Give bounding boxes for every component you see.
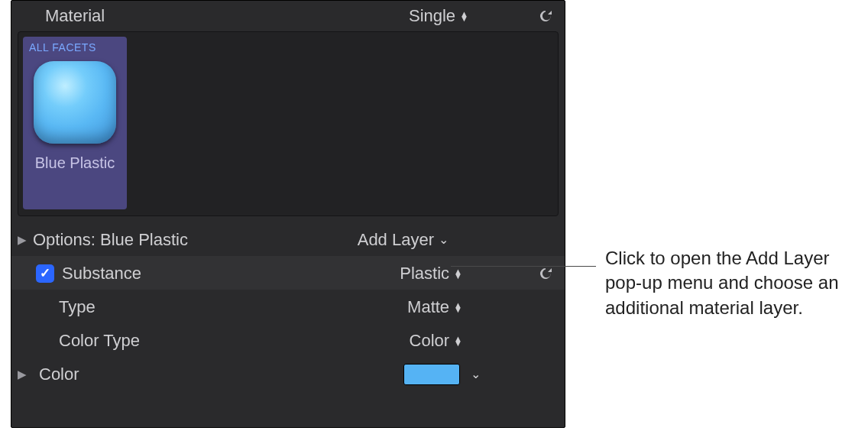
add-layer-label: Add Layer (358, 230, 434, 250)
color-type-value: Color (410, 331, 450, 351)
color-type-label: Color Type (59, 331, 140, 351)
color-label: Color (39, 365, 79, 384)
substance-label: Substance (62, 264, 141, 284)
facet-name: Blue Plastic (35, 154, 115, 172)
facet-card[interactable]: ALL FACETS Blue Plastic (23, 37, 127, 209)
substance-row: ✓ Substance Plastic ▲▼ (11, 256, 565, 290)
color-swatch[interactable] (403, 364, 460, 385)
reset-icon[interactable] (537, 265, 554, 282)
facet-header: ALL FACETS (28, 40, 98, 57)
type-row: Type Matte ▲▼ (11, 290, 565, 323)
color-well[interactable]: ⌄ (403, 364, 481, 385)
updown-arrows-icon: ▲▼ (454, 269, 462, 278)
material-inspector-panel: Material Single ▲▼ ALL FACETS Blue Plast… (11, 0, 565, 428)
substance-checkbox[interactable]: ✓ (36, 264, 54, 283)
reset-icon[interactable] (537, 8, 554, 24)
disclosure-triangle-icon[interactable]: ▶ (11, 368, 33, 381)
callout-text: Click to open the Add Layer pop-up menu … (605, 246, 857, 320)
material-title: Material (45, 6, 105, 26)
type-popup[interactable]: Matte ▲▼ (407, 297, 462, 317)
material-header: Material Single ▲▼ (11, 1, 565, 31)
color-type-popup[interactable]: Color ▲▼ (410, 331, 462, 351)
material-preview-swatch (34, 61, 116, 144)
type-label: Type (59, 297, 96, 317)
chevron-down-icon: ⌄ (439, 232, 449, 247)
chevron-down-icon: ⌄ (471, 367, 481, 381)
substance-value: Plastic (400, 264, 449, 284)
add-layer-popup[interactable]: Add Layer ⌄ (358, 230, 449, 250)
color-row: ▶ Color ⌄ (11, 357, 565, 390)
updown-arrows-icon: ▲▼ (454, 303, 462, 312)
facets-well: ALL FACETS Blue Plastic (18, 31, 559, 216)
material-mode-popup[interactable]: Single ▲▼ (409, 6, 468, 26)
updown-arrows-icon: ▲▼ (460, 11, 468, 21)
options-row: ▶ Options: Blue Plastic Add Layer ⌄ (11, 222, 565, 256)
color-type-row: Color Type Color ▲▼ (11, 323, 565, 357)
material-mode-value: Single (409, 6, 455, 26)
options-label: Options: Blue Plastic (33, 230, 188, 250)
disclosure-triangle-icon[interactable]: ▶ (11, 233, 33, 247)
updown-arrows-icon: ▲▼ (454, 336, 462, 345)
type-value: Matte (407, 297, 449, 317)
callout-leader-line (451, 266, 596, 267)
